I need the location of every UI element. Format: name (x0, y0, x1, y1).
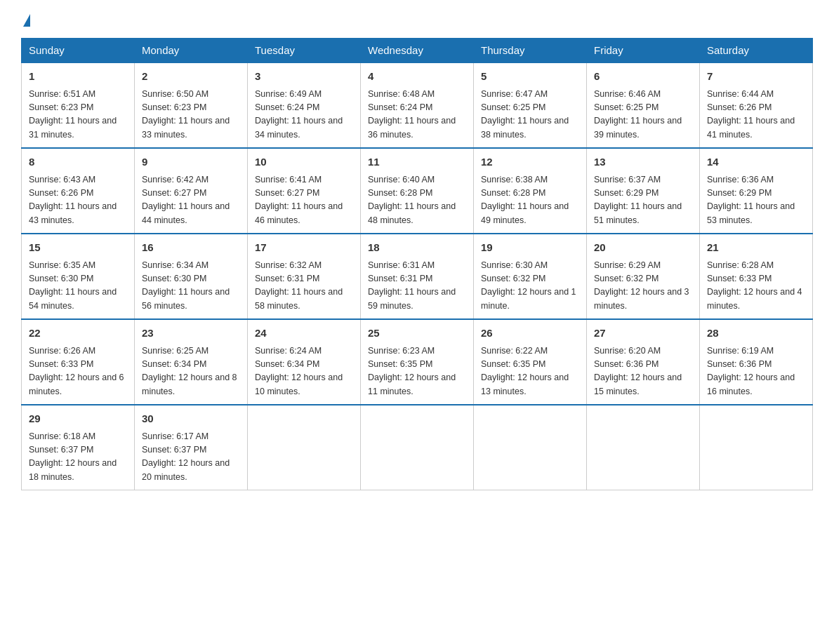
day-number: 2 (142, 69, 240, 85)
week-row-1: 1Sunrise: 6:51 AMSunset: 6:23 PMDaylight… (22, 62, 813, 148)
weekday-header-tuesday: Tuesday (248, 39, 361, 63)
day-info: Sunrise: 6:35 AMSunset: 6:30 PMDaylight:… (29, 259, 127, 314)
day-cell-9: 9Sunrise: 6:42 AMSunset: 6:27 PMDaylight… (135, 148, 248, 234)
day-info: Sunrise: 6:42 AMSunset: 6:27 PMDaylight:… (142, 173, 240, 228)
day-info: Sunrise: 6:34 AMSunset: 6:30 PMDaylight:… (142, 259, 240, 314)
logo-triangle-icon (23, 14, 30, 27)
day-cell-27: 27Sunrise: 6:20 AMSunset: 6:36 PMDayligh… (587, 319, 700, 405)
day-cell-10: 10Sunrise: 6:41 AMSunset: 6:27 PMDayligh… (248, 148, 361, 234)
day-number: 12 (481, 154, 579, 170)
day-info: Sunrise: 6:36 AMSunset: 6:29 PMDaylight:… (707, 173, 805, 228)
weekday-header-monday: Monday (135, 39, 248, 63)
day-info: Sunrise: 6:49 AMSunset: 6:24 PMDaylight:… (255, 88, 353, 142)
day-cell-21: 21Sunrise: 6:28 AMSunset: 6:33 PMDayligh… (700, 234, 813, 319)
day-cell-3: 3Sunrise: 6:49 AMSunset: 6:24 PMDaylight… (248, 62, 361, 148)
day-cell-14: 14Sunrise: 6:36 AMSunset: 6:29 PMDayligh… (700, 148, 813, 234)
day-info: Sunrise: 6:37 AMSunset: 6:29 PMDaylight:… (594, 173, 692, 228)
page-header (21, 14, 813, 25)
day-number: 5 (481, 69, 579, 85)
day-info: Sunrise: 6:20 AMSunset: 6:36 PMDaylight:… (594, 344, 692, 399)
day-cell-12: 12Sunrise: 6:38 AMSunset: 6:28 PMDayligh… (474, 148, 587, 234)
day-number: 4 (368, 69, 466, 85)
day-number: 8 (29, 154, 127, 170)
day-cell-15: 15Sunrise: 6:35 AMSunset: 6:30 PMDayligh… (22, 234, 135, 319)
day-info: Sunrise: 6:43 AMSunset: 6:26 PMDaylight:… (29, 173, 127, 228)
empty-cell (248, 405, 361, 490)
empty-cell (587, 405, 700, 490)
day-info: Sunrise: 6:28 AMSunset: 6:33 PMDaylight:… (707, 259, 805, 314)
day-cell-7: 7Sunrise: 6:44 AMSunset: 6:26 PMDaylight… (700, 62, 813, 148)
day-info: Sunrise: 6:25 AMSunset: 6:34 PMDaylight:… (142, 344, 240, 399)
day-cell-24: 24Sunrise: 6:24 AMSunset: 6:34 PMDayligh… (248, 319, 361, 405)
day-number: 1 (29, 69, 127, 85)
day-number: 19 (481, 240, 579, 256)
day-cell-29: 29Sunrise: 6:18 AMSunset: 6:37 PMDayligh… (22, 405, 135, 490)
day-info: Sunrise: 6:51 AMSunset: 6:23 PMDaylight:… (29, 88, 127, 142)
day-info: Sunrise: 6:30 AMSunset: 6:32 PMDaylight:… (481, 259, 579, 314)
day-number: 7 (707, 69, 805, 85)
weekday-header-thursday: Thursday (474, 39, 587, 63)
day-cell-13: 13Sunrise: 6:37 AMSunset: 6:29 PMDayligh… (587, 148, 700, 234)
day-number: 20 (594, 240, 692, 256)
day-number: 22 (29, 326, 127, 342)
day-info: Sunrise: 6:50 AMSunset: 6:23 PMDaylight:… (142, 88, 240, 142)
calendar-table: SundayMondayTuesdayWednesdayThursdayFrid… (21, 38, 813, 490)
day-info: Sunrise: 6:29 AMSunset: 6:32 PMDaylight:… (594, 259, 692, 314)
day-number: 24 (255, 326, 353, 342)
day-number: 3 (255, 69, 353, 85)
day-cell-20: 20Sunrise: 6:29 AMSunset: 6:32 PMDayligh… (587, 234, 700, 319)
day-number: 11 (368, 154, 466, 170)
day-number: 13 (594, 154, 692, 170)
day-info: Sunrise: 6:24 AMSunset: 6:34 PMDaylight:… (255, 344, 353, 399)
day-number: 27 (594, 326, 692, 342)
day-info: Sunrise: 6:18 AMSunset: 6:37 PMDaylight:… (29, 430, 127, 485)
weekday-header-friday: Friday (587, 39, 700, 63)
day-info: Sunrise: 6:22 AMSunset: 6:35 PMDaylight:… (481, 344, 579, 399)
day-cell-19: 19Sunrise: 6:30 AMSunset: 6:32 PMDayligh… (474, 234, 587, 319)
day-cell-25: 25Sunrise: 6:23 AMSunset: 6:35 PMDayligh… (361, 319, 474, 405)
day-info: Sunrise: 6:19 AMSunset: 6:36 PMDaylight:… (707, 344, 805, 399)
day-cell-6: 6Sunrise: 6:46 AMSunset: 6:25 PMDaylight… (587, 62, 700, 148)
day-cell-4: 4Sunrise: 6:48 AMSunset: 6:24 PMDaylight… (361, 62, 474, 148)
day-cell-11: 11Sunrise: 6:40 AMSunset: 6:28 PMDayligh… (361, 148, 474, 234)
day-number: 10 (255, 154, 353, 170)
day-number: 30 (142, 411, 240, 427)
day-number: 18 (368, 240, 466, 256)
day-cell-26: 26Sunrise: 6:22 AMSunset: 6:35 PMDayligh… (474, 319, 587, 405)
day-cell-28: 28Sunrise: 6:19 AMSunset: 6:36 PMDayligh… (700, 319, 813, 405)
day-number: 23 (142, 326, 240, 342)
day-cell-16: 16Sunrise: 6:34 AMSunset: 6:30 PMDayligh… (135, 234, 248, 319)
day-number: 29 (29, 411, 127, 427)
day-number: 15 (29, 240, 127, 256)
day-cell-22: 22Sunrise: 6:26 AMSunset: 6:33 PMDayligh… (22, 319, 135, 405)
day-number: 9 (142, 154, 240, 170)
day-number: 21 (707, 240, 805, 256)
day-number: 26 (481, 326, 579, 342)
empty-cell (700, 405, 813, 490)
week-row-5: 29Sunrise: 6:18 AMSunset: 6:37 PMDayligh… (22, 405, 813, 490)
day-info: Sunrise: 6:31 AMSunset: 6:31 PMDaylight:… (368, 259, 466, 314)
day-info: Sunrise: 6:46 AMSunset: 6:25 PMDaylight:… (594, 88, 692, 142)
day-cell-17: 17Sunrise: 6:32 AMSunset: 6:31 PMDayligh… (248, 234, 361, 319)
day-cell-1: 1Sunrise: 6:51 AMSunset: 6:23 PMDaylight… (22, 62, 135, 148)
day-info: Sunrise: 6:44 AMSunset: 6:26 PMDaylight:… (707, 88, 805, 142)
empty-cell (474, 405, 587, 490)
day-info: Sunrise: 6:48 AMSunset: 6:24 PMDaylight:… (368, 88, 466, 142)
day-number: 25 (368, 326, 466, 342)
day-cell-23: 23Sunrise: 6:25 AMSunset: 6:34 PMDayligh… (135, 319, 248, 405)
day-number: 28 (707, 326, 805, 342)
day-info: Sunrise: 6:17 AMSunset: 6:37 PMDaylight:… (142, 430, 240, 485)
weekday-header-saturday: Saturday (700, 39, 813, 63)
weekday-header-row: SundayMondayTuesdayWednesdayThursdayFrid… (22, 39, 813, 63)
day-info: Sunrise: 6:40 AMSunset: 6:28 PMDaylight:… (368, 173, 466, 228)
day-cell-8: 8Sunrise: 6:43 AMSunset: 6:26 PMDaylight… (22, 148, 135, 234)
day-cell-18: 18Sunrise: 6:31 AMSunset: 6:31 PMDayligh… (361, 234, 474, 319)
day-cell-5: 5Sunrise: 6:47 AMSunset: 6:25 PMDaylight… (474, 62, 587, 148)
day-cell-30: 30Sunrise: 6:17 AMSunset: 6:37 PMDayligh… (135, 405, 248, 490)
day-info: Sunrise: 6:47 AMSunset: 6:25 PMDaylight:… (481, 88, 579, 142)
day-cell-2: 2Sunrise: 6:50 AMSunset: 6:23 PMDaylight… (135, 62, 248, 148)
week-row-3: 15Sunrise: 6:35 AMSunset: 6:30 PMDayligh… (22, 234, 813, 319)
weekday-header-sunday: Sunday (22, 39, 135, 63)
day-info: Sunrise: 6:26 AMSunset: 6:33 PMDaylight:… (29, 344, 127, 399)
day-info: Sunrise: 6:41 AMSunset: 6:27 PMDaylight:… (255, 173, 353, 228)
